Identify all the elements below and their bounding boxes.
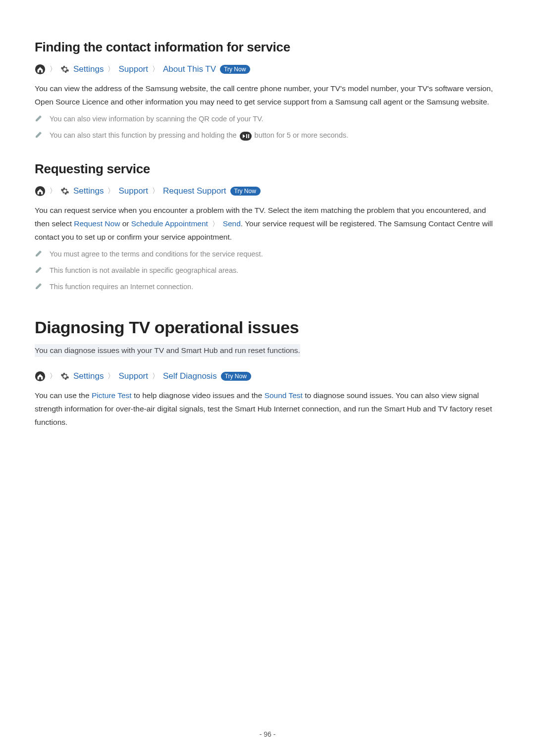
- link-schedule-appointment[interactable]: Schedule Appointment: [131, 219, 208, 228]
- try-now-badge[interactable]: Try Now: [221, 372, 251, 381]
- link-picture-test[interactable]: Picture Test: [92, 391, 132, 400]
- breadcrumb-support[interactable]: Support: [118, 64, 148, 74]
- note-text: This function is not available in specif…: [50, 265, 238, 276]
- chevron-right-icon: 〉: [152, 65, 159, 74]
- gear-icon: [60, 65, 69, 74]
- note-text-a: You can also start this function by pres…: [50, 131, 239, 139]
- breadcrumb-about-this-tv: 〉 Settings 〉 Support 〉 About This TV Try…: [35, 64, 500, 75]
- chevron-right-icon: 〉: [50, 372, 56, 381]
- body-text-a: You can use the: [35, 391, 92, 400]
- chevron-right-icon: 〉: [107, 65, 114, 74]
- breadcrumb-about-tv[interactable]: About This TV: [163, 64, 216, 74]
- note-terms: You must agree to the terms and conditio…: [35, 249, 500, 260]
- note-text: You can also view information by scannin…: [50, 113, 264, 125]
- note-text: You can also start this function by pres…: [50, 130, 348, 141]
- section-finding-contact-info: Finding the contact information for serv…: [35, 40, 500, 142]
- chevron-right-icon: 〉: [210, 220, 221, 228]
- pencil-icon: [35, 250, 43, 257]
- play-pause-button-icon: [240, 132, 252, 141]
- note-hold-button: You can also start this function by pres…: [35, 130, 500, 141]
- heading-finding-contact: Finding the contact information for serv…: [35, 40, 500, 55]
- breadcrumb-request-support[interactable]: Request Support: [163, 186, 226, 196]
- note-geo: This function is not available in specif…: [35, 265, 500, 276]
- link-request-now[interactable]: Request Now: [74, 219, 120, 228]
- link-send[interactable]: Send: [223, 219, 241, 228]
- try-now-badge[interactable]: Try Now: [230, 187, 261, 196]
- heading-diagnosing: Diagnosing TV operational issues: [35, 318, 500, 337]
- chevron-right-icon: 〉: [107, 187, 114, 196]
- breadcrumb-support[interactable]: Support: [118, 186, 148, 196]
- home-icon: [35, 371, 46, 382]
- gear-icon: [60, 187, 69, 196]
- subtitle-diagnosing: You can diagnose issues with your TV and…: [35, 344, 300, 357]
- body-requesting-service: You can request service when you encount…: [35, 203, 500, 244]
- note-text-b: button for 5 or more seconds.: [253, 131, 348, 139]
- chevron-right-icon: 〉: [50, 187, 56, 196]
- chevron-right-icon: 〉: [107, 372, 114, 381]
- note-internet: This function requires an Internet conne…: [35, 281, 500, 293]
- body-text-b: to help diagnose video issues and the: [132, 391, 265, 400]
- section-requesting-service: Requesting service 〉 Settings 〉 Support …: [35, 161, 500, 293]
- breadcrumb-settings[interactable]: Settings: [73, 371, 104, 381]
- body-diagnosing: You can use the Picture Test to help dia…: [35, 389, 500, 429]
- body-text-b: or: [120, 219, 131, 228]
- note-text: This function requires an Internet conne…: [50, 281, 193, 293]
- pencil-icon: [35, 114, 43, 122]
- breadcrumb-self-diagnosis[interactable]: Self Diagnosis: [163, 371, 217, 381]
- chevron-right-icon: 〉: [152, 187, 159, 196]
- note-text: You must agree to the terms and conditio…: [50, 249, 263, 260]
- home-icon: [35, 186, 46, 197]
- gear-icon: [60, 372, 69, 381]
- section-diagnosing: Diagnosing TV operational issues You can…: [35, 318, 500, 429]
- pencil-icon: [35, 282, 43, 290]
- chevron-right-icon: 〉: [152, 372, 159, 381]
- breadcrumb-request-support: 〉 Settings 〉 Support 〉 Request Support T…: [35, 186, 500, 197]
- pencil-icon: [35, 131, 43, 139]
- svg-rect-2: [246, 134, 247, 138]
- try-now-badge[interactable]: Try Now: [220, 65, 250, 74]
- body-finding-contact: You can view the address of the Samsung …: [35, 82, 500, 108]
- heading-requesting-service: Requesting service: [35, 161, 500, 177]
- svg-rect-1: [240, 132, 252, 141]
- pencil-icon: [35, 266, 43, 274]
- chevron-right-icon: 〉: [50, 65, 56, 74]
- breadcrumb-settings[interactable]: Settings: [73, 64, 104, 74]
- link-sound-test[interactable]: Sound Test: [265, 391, 303, 400]
- note-qr-code: You can also view information by scannin…: [35, 113, 500, 125]
- svg-rect-3: [248, 134, 249, 138]
- breadcrumb-self-diagnosis: 〉 Settings 〉 Support 〉 Self Diagnosis Tr…: [35, 371, 500, 382]
- page-number: - 96 -: [0, 730, 535, 738]
- home-icon: [35, 64, 46, 75]
- breadcrumb-support[interactable]: Support: [118, 371, 148, 381]
- breadcrumb-settings[interactable]: Settings: [73, 186, 104, 196]
